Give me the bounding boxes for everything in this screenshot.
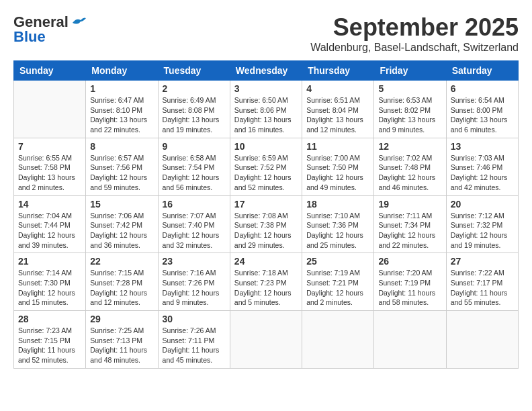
day-number: 6 [451, 83, 514, 94]
calendar-subtitle: Waldenburg, Basel-Landschaft, Switzerlan… [310, 42, 519, 54]
calendar-cell [446, 311, 518, 369]
calendar-cell: 28Sunrise: 7:23 AM Sunset: 7:15 PM Dayli… [14, 311, 86, 369]
day-number: 17 [234, 199, 298, 210]
cell-content: Sunrise: 7:15 AM Sunset: 7:28 PM Dayligh… [90, 268, 153, 308]
cell-content: Sunrise: 6:50 AM Sunset: 8:06 PM Dayligh… [234, 95, 298, 135]
day-number: 12 [378, 141, 441, 152]
cell-content: Sunrise: 7:16 AM Sunset: 7:26 PM Dayligh… [163, 268, 226, 308]
cell-content: Sunrise: 7:20 AM Sunset: 7:19 PM Dayligh… [378, 268, 441, 308]
calendar-cell: 17Sunrise: 7:08 AM Sunset: 7:38 PM Dayli… [230, 195, 302, 253]
calendar-cell [14, 81, 86, 138]
calendar-cell: 15Sunrise: 7:06 AM Sunset: 7:42 PM Dayli… [86, 195, 158, 253]
day-number: 22 [90, 256, 153, 267]
column-header-wednesday: Wednesday [230, 61, 302, 81]
calendar-cell [230, 311, 302, 369]
day-number: 9 [163, 141, 226, 152]
day-number: 24 [234, 256, 298, 267]
day-number: 7 [18, 141, 81, 152]
calendar-cell: 6Sunrise: 6:54 AM Sunset: 8:00 PM Daylig… [446, 81, 518, 138]
day-number: 19 [378, 199, 441, 210]
calendar-cell: 11Sunrise: 7:00 AM Sunset: 7:50 PM Dayli… [302, 138, 374, 195]
calendar-cell: 19Sunrise: 7:11 AM Sunset: 7:34 PM Dayli… [374, 195, 446, 253]
cell-content: Sunrise: 7:19 AM Sunset: 7:21 PM Dayligh… [306, 268, 369, 308]
week-row-1: 1Sunrise: 6:47 AM Sunset: 8:10 PM Daylig… [14, 81, 519, 138]
calendar-cell: 21Sunrise: 7:14 AM Sunset: 7:30 PM Dayli… [14, 253, 86, 311]
calendar-cell: 30Sunrise: 7:26 AM Sunset: 7:11 PM Dayli… [158, 311, 230, 369]
column-header-monday: Monday [86, 61, 158, 81]
week-row-3: 14Sunrise: 7:04 AM Sunset: 7:44 PM Dayli… [14, 195, 519, 253]
cell-content: Sunrise: 7:25 AM Sunset: 7:13 PM Dayligh… [90, 326, 153, 365]
day-number: 3 [234, 83, 298, 94]
cell-content: Sunrise: 7:18 AM Sunset: 7:23 PM Dayligh… [234, 268, 298, 308]
logo-blue-text: Blue [13, 28, 46, 46]
calendar-cell: 9Sunrise: 6:58 AM Sunset: 7:54 PM Daylig… [158, 138, 230, 195]
cell-content: Sunrise: 7:23 AM Sunset: 7:15 PM Dayligh… [18, 326, 81, 365]
day-number: 15 [90, 199, 153, 210]
cell-content: Sunrise: 7:10 AM Sunset: 7:36 PM Dayligh… [306, 211, 369, 250]
cell-content: Sunrise: 6:47 AM Sunset: 8:10 PM Dayligh… [90, 95, 153, 135]
calendar-cell: 14Sunrise: 7:04 AM Sunset: 7:44 PM Dayli… [14, 195, 86, 253]
cell-content: Sunrise: 7:08 AM Sunset: 7:38 PM Dayligh… [234, 211, 298, 250]
day-number: 10 [234, 141, 298, 152]
calendar-cell: 16Sunrise: 7:07 AM Sunset: 7:40 PM Dayli… [158, 195, 230, 253]
cell-content: Sunrise: 7:07 AM Sunset: 7:40 PM Dayligh… [163, 211, 226, 250]
cell-content: Sunrise: 6:57 AM Sunset: 7:56 PM Dayligh… [90, 153, 153, 193]
cell-content: Sunrise: 7:03 AM Sunset: 7:46 PM Dayligh… [451, 153, 514, 193]
cell-content: Sunrise: 6:55 AM Sunset: 7:58 PM Dayligh… [18, 153, 81, 193]
cell-content: Sunrise: 7:22 AM Sunset: 7:17 PM Dayligh… [451, 268, 514, 308]
cell-content: Sunrise: 6:58 AM Sunset: 7:54 PM Dayligh… [163, 153, 226, 193]
cell-content: Sunrise: 7:14 AM Sunset: 7:30 PM Dayligh… [18, 268, 81, 308]
calendar-cell: 20Sunrise: 7:12 AM Sunset: 7:32 PM Dayli… [446, 195, 518, 253]
column-header-tuesday: Tuesday [158, 61, 230, 81]
calendar-cell: 26Sunrise: 7:20 AM Sunset: 7:19 PM Dayli… [374, 253, 446, 311]
calendar-title: September 2025 [310, 13, 519, 42]
calendar-cell: 7Sunrise: 6:55 AM Sunset: 7:58 PM Daylig… [14, 138, 86, 195]
calendar-cell: 24Sunrise: 7:18 AM Sunset: 7:23 PM Dayli… [230, 253, 302, 311]
calendar-cell: 13Sunrise: 7:03 AM Sunset: 7:46 PM Dayli… [446, 138, 518, 195]
calendar-cell: 4Sunrise: 6:51 AM Sunset: 8:04 PM Daylig… [302, 81, 374, 138]
day-number: 16 [163, 199, 226, 210]
cell-content: Sunrise: 7:12 AM Sunset: 7:32 PM Dayligh… [451, 211, 514, 250]
logo-bird-icon [71, 16, 86, 28]
cell-content: Sunrise: 7:26 AM Sunset: 7:11 PM Dayligh… [163, 326, 226, 365]
calendar-cell: 22Sunrise: 7:15 AM Sunset: 7:28 PM Dayli… [86, 253, 158, 311]
calendar-cell: 18Sunrise: 7:10 AM Sunset: 7:36 PM Dayli… [302, 195, 374, 253]
calendar-cell [374, 311, 446, 369]
day-number: 8 [90, 141, 153, 152]
calendar-cell: 1Sunrise: 6:47 AM Sunset: 8:10 PM Daylig… [86, 81, 158, 138]
week-row-5: 28Sunrise: 7:23 AM Sunset: 7:15 PM Dayli… [14, 311, 519, 369]
calendar-cell: 3Sunrise: 6:50 AM Sunset: 8:06 PM Daylig… [230, 81, 302, 138]
calendar-header-row: SundayMondayTuesdayWednesdayThursdayFrid… [14, 61, 519, 81]
column-header-saturday: Saturday [446, 61, 518, 81]
day-number: 13 [451, 141, 514, 152]
calendar-cell: 5Sunrise: 6:53 AM Sunset: 8:02 PM Daylig… [374, 81, 446, 138]
logo: General Blue [13, 13, 86, 46]
cell-content: Sunrise: 7:00 AM Sunset: 7:50 PM Dayligh… [306, 153, 369, 193]
day-number: 21 [18, 256, 81, 267]
week-row-2: 7Sunrise: 6:55 AM Sunset: 7:58 PM Daylig… [14, 138, 519, 195]
day-number: 29 [90, 314, 153, 324]
calendar-cell [302, 311, 374, 369]
cell-content: Sunrise: 6:53 AM Sunset: 8:02 PM Dayligh… [378, 95, 441, 135]
cell-content: Sunrise: 7:02 AM Sunset: 7:48 PM Dayligh… [378, 153, 441, 193]
cell-content: Sunrise: 7:06 AM Sunset: 7:42 PM Dayligh… [90, 211, 153, 250]
column-header-sunday: Sunday [14, 61, 86, 81]
day-number: 20 [451, 199, 514, 210]
calendar-cell: 8Sunrise: 6:57 AM Sunset: 7:56 PM Daylig… [86, 138, 158, 195]
day-number: 18 [306, 199, 369, 210]
cell-content: Sunrise: 7:04 AM Sunset: 7:44 PM Dayligh… [18, 211, 81, 250]
day-number: 4 [306, 83, 369, 94]
day-number: 1 [90, 83, 153, 94]
day-number: 5 [378, 83, 441, 94]
calendar-cell: 29Sunrise: 7:25 AM Sunset: 7:13 PM Dayli… [86, 311, 158, 369]
day-number: 26 [378, 256, 441, 267]
page-header: General Blue September 2025 Waldenburg, … [13, 13, 519, 54]
cell-content: Sunrise: 6:59 AM Sunset: 7:52 PM Dayligh… [234, 153, 298, 193]
calendar-cell: 10Sunrise: 6:59 AM Sunset: 7:52 PM Dayli… [230, 138, 302, 195]
cell-content: Sunrise: 6:54 AM Sunset: 8:00 PM Dayligh… [451, 95, 514, 135]
day-number: 28 [18, 314, 81, 324]
calendar-cell: 12Sunrise: 7:02 AM Sunset: 7:48 PM Dayli… [374, 138, 446, 195]
day-number: 30 [163, 314, 226, 324]
cell-content: Sunrise: 6:51 AM Sunset: 8:04 PM Dayligh… [306, 95, 369, 135]
cell-content: Sunrise: 6:49 AM Sunset: 8:08 PM Dayligh… [163, 95, 226, 135]
